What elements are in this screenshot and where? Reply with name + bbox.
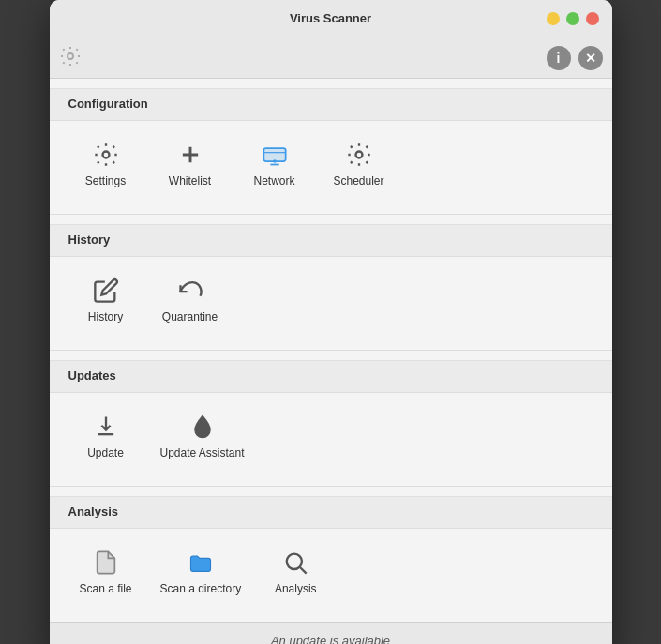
section-items-updates: Update Update Assistant — [50, 393, 612, 471]
window-controls — [547, 12, 599, 25]
scan-directory-label: Scan a directory — [160, 582, 242, 595]
folder-icon — [186, 547, 216, 577]
scan-file-item[interactable]: Scan a file — [68, 542, 143, 601]
toolbar-close-button[interactable]: ✕ — [578, 46, 603, 70]
svg-point-10 — [287, 554, 302, 569]
droplet-icon — [188, 412, 218, 442]
svg-rect-4 — [263, 148, 285, 161]
scheduler-icon — [344, 140, 374, 170]
svg-point-1 — [102, 152, 109, 158]
gear-icon — [91, 140, 121, 170]
info-button[interactable]: i — [547, 46, 571, 70]
quarantine-item[interactable]: Quarantine — [153, 270, 228, 329]
quarantine-label: Quarantine — [162, 310, 218, 323]
history-label: History — [88, 310, 123, 323]
scan-file-label: Scan a file — [79, 582, 131, 595]
section-header-configuration: Configuration — [50, 88, 612, 121]
toolbar-right: i ✕ — [547, 46, 603, 70]
network-label: Network — [253, 174, 294, 187]
close-window-button[interactable] — [586, 12, 599, 25]
section-items-history: History Quarantine — [50, 257, 612, 335]
content: Configuration Settings — [50, 79, 612, 622]
section-items-configuration: Settings Whitelist — [50, 121, 612, 199]
app-window: Virus Scanner i ✕ Configuration — [50, 0, 612, 644]
update-assistant-item[interactable]: Update Assistant — [153, 406, 252, 465]
section-analysis: Analysis Scan a file — [50, 487, 612, 622]
download-icon — [91, 412, 121, 442]
update-assistant-label: Update Assistant — [160, 446, 245, 459]
scan-directory-item[interactable]: Scan a directory — [153, 542, 249, 601]
pencil-icon — [91, 276, 121, 306]
toolbar: i ✕ — [50, 37, 612, 79]
gear-icon — [59, 45, 82, 71]
section-configuration: Configuration Settings — [50, 79, 612, 215]
section-header-updates: Updates — [50, 360, 612, 393]
update-item[interactable]: Update — [68, 406, 143, 465]
network-item[interactable]: Network — [237, 134, 312, 193]
settings-item[interactable]: Settings — [68, 134, 143, 193]
section-header-analysis: Analysis — [50, 496, 612, 529]
window-title: Virus Scanner — [290, 11, 371, 25]
scheduler-item[interactable]: Scheduler — [322, 134, 397, 193]
history-item[interactable]: History — [68, 270, 143, 329]
settings-label: Settings — [85, 174, 126, 187]
titlebar: Virus Scanner — [50, 0, 612, 37]
analysis-item[interactable]: Analysis — [258, 542, 333, 601]
toolbar-left — [59, 45, 82, 71]
svg-line-11 — [300, 567, 306, 573]
analysis-label: Analysis — [275, 582, 317, 595]
svg-point-7 — [273, 159, 277, 163]
update-label: Update — [87, 446, 124, 459]
maximize-button[interactable] — [566, 12, 579, 25]
section-items-analysis: Scan a file Scan a directory — [50, 529, 612, 607]
whitelist-label: Whitelist — [169, 174, 211, 187]
search-icon — [280, 547, 310, 577]
svg-point-0 — [68, 53, 73, 59]
file-icon — [91, 547, 121, 577]
scheduler-label: Scheduler — [333, 174, 383, 187]
section-updates: Updates Update — [50, 351, 612, 487]
plus-icon — [175, 140, 205, 170]
status-bar: An update is available — [50, 622, 612, 644]
section-history: History History — [50, 215, 612, 351]
network-icon — [260, 140, 290, 170]
section-header-history: History — [50, 224, 612, 257]
svg-point-9 — [355, 152, 362, 158]
status-text: An update is available — [271, 634, 390, 644]
whitelist-item[interactable]: Whitelist — [153, 134, 228, 193]
undo-icon — [175, 276, 205, 306]
minimize-button[interactable] — [547, 12, 560, 25]
